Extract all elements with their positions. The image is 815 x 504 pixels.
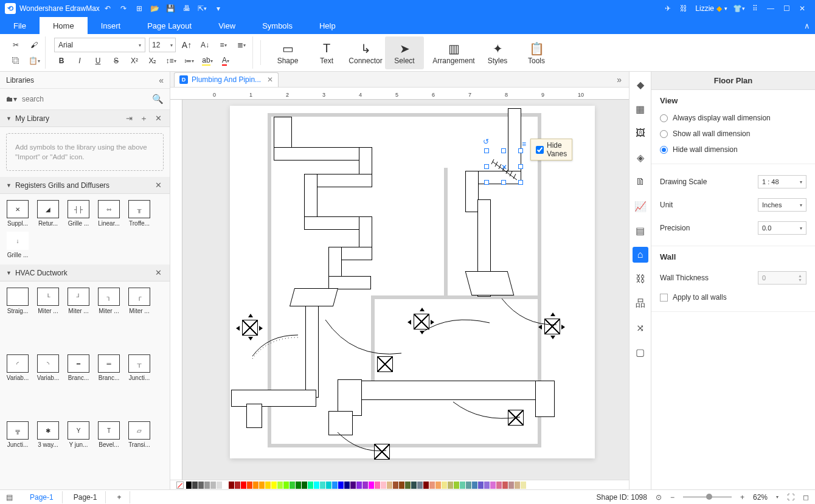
strike-button[interactable]: S bbox=[109, 54, 123, 68]
pages-icon[interactable]: ▤ bbox=[6, 493, 13, 502]
shape-item[interactable]: ▱Transi... bbox=[124, 419, 154, 486]
selection-handle[interactable] bbox=[518, 148, 523, 153]
color-swatch[interactable] bbox=[369, 482, 374, 489]
page-tab[interactable]: Page-1 bbox=[21, 491, 63, 503]
color-swatch[interactable] bbox=[271, 482, 277, 489]
import-icon[interactable]: ⇥ bbox=[123, 114, 134, 123]
color-swatch[interactable] bbox=[417, 482, 423, 489]
color-swatch[interactable] bbox=[204, 482, 210, 489]
duct-y[interactable] bbox=[465, 271, 515, 295]
shape-item[interactable]: ╦Juncti... bbox=[2, 419, 33, 486]
color-swatch[interactable] bbox=[259, 482, 265, 489]
duct[interactable] bbox=[359, 381, 541, 400]
color-swatch[interactable] bbox=[375, 482, 380, 489]
shape-item[interactable]: ┬Juncti... bbox=[124, 352, 154, 419]
color-swatch[interactable] bbox=[429, 482, 435, 489]
flex-duct[interactable] bbox=[322, 317, 408, 365]
search-icon[interactable]: 🔍 bbox=[152, 94, 164, 105]
color-swatch[interactable] bbox=[496, 482, 502, 489]
color-swatch[interactable] bbox=[502, 482, 508, 489]
save-button[interactable]: 💾 bbox=[163, 1, 179, 16]
shape-item[interactable]: ┘Miter ... bbox=[63, 285, 94, 352]
print-button[interactable]: 🖶 bbox=[179, 1, 195, 16]
add-icon[interactable]: ＋ bbox=[138, 113, 149, 124]
bullet-button[interactable]: ≔▾ bbox=[182, 54, 196, 68]
connector-tool[interactable]: ↳ Connector bbox=[346, 36, 385, 69]
color-swatch[interactable] bbox=[478, 482, 484, 489]
selection-handle[interactable] bbox=[484, 164, 489, 169]
color-swatch[interactable] bbox=[515, 482, 520, 489]
color-swatch[interactable] bbox=[423, 482, 429, 489]
color-swatch[interactable] bbox=[460, 482, 465, 489]
color-swatch[interactable] bbox=[229, 482, 234, 489]
collapse-library-icon[interactable]: « bbox=[159, 75, 164, 85]
mylib-section-header[interactable]: ▼ My Library ⇥ ＋ ✕ bbox=[0, 110, 170, 127]
color-swatch[interactable] bbox=[442, 482, 447, 489]
color-swatch[interactable] bbox=[314, 482, 319, 489]
bold-button[interactable]: B bbox=[54, 54, 69, 68]
font-color-button[interactable]: A▾ bbox=[218, 54, 233, 68]
selection-handle[interactable] bbox=[518, 180, 523, 185]
registers-section-header[interactable]: ▼ Registers Grills and Diffusers ✕ bbox=[0, 177, 170, 194]
unit-select[interactable]: Inches▾ bbox=[758, 198, 806, 212]
color-swatch[interactable] bbox=[283, 482, 289, 489]
color-swatch[interactable] bbox=[490, 482, 496, 489]
selection-handle[interactable] bbox=[484, 180, 489, 185]
export-button[interactable]: ⇱▾ bbox=[195, 1, 210, 16]
chevron-down-icon[interactable]: ▾ bbox=[776, 494, 779, 500]
align-button[interactable]: ≡▾ bbox=[216, 38, 231, 52]
grid-icon[interactable]: ▦ bbox=[633, 101, 648, 117]
shape-item[interactable]: └Miter ... bbox=[33, 285, 63, 352]
shape-item[interactable]: ◝Variab... bbox=[33, 352, 63, 419]
expand-panel-icon[interactable]: » bbox=[613, 75, 625, 85]
rotate-handle[interactable]: ↺ bbox=[483, 137, 490, 145]
menu-page-layout[interactable]: Page Layout bbox=[134, 17, 205, 34]
radio-always-display[interactable]: Always display wall dimension bbox=[660, 110, 806, 126]
color-swatch[interactable] bbox=[393, 482, 398, 489]
color-swatch[interactable] bbox=[302, 482, 307, 489]
duct[interactable] bbox=[328, 276, 371, 289]
redo-button[interactable]: ↷ bbox=[116, 1, 131, 16]
color-swatch[interactable] bbox=[508, 482, 514, 489]
color-swatch[interactable] bbox=[362, 482, 368, 489]
shape-item[interactable]: ✱3 way... bbox=[33, 419, 63, 486]
color-swatch[interactable] bbox=[338, 482, 344, 489]
superscript-button[interactable]: X² bbox=[127, 54, 142, 68]
close-button[interactable]: ✕ bbox=[794, 1, 810, 16]
page-icon[interactable]: 🗎 bbox=[633, 174, 648, 190]
no-color-swatch[interactable] bbox=[176, 482, 184, 489]
color-swatch[interactable] bbox=[241, 482, 246, 489]
duct[interactable] bbox=[535, 381, 555, 417]
drawing-scale-select[interactable]: 1 : 48▾ bbox=[758, 175, 806, 188]
close-tab-icon[interactable]: ✕ bbox=[267, 75, 273, 84]
shape-item[interactable]: ↓Grille ... bbox=[2, 229, 33, 261]
maximize-button[interactable]: ☐ bbox=[779, 1, 794, 16]
org-icon[interactable]: 品 bbox=[633, 295, 648, 311]
floorplan-icon[interactable]: ⌂ bbox=[633, 247, 648, 263]
table-icon[interactable]: ▤ bbox=[633, 223, 648, 238]
shape-item[interactable]: ═Branc... bbox=[94, 352, 124, 419]
color-swatch[interactable] bbox=[290, 482, 295, 489]
link-icon[interactable]: ⛓ bbox=[676, 1, 692, 16]
hide-vanes-checkbox[interactable] bbox=[536, 146, 544, 154]
color-swatch[interactable] bbox=[411, 482, 417, 489]
color-swatch[interactable] bbox=[326, 482, 331, 489]
styles-tool[interactable]: ✦ Styles bbox=[478, 36, 517, 69]
spacing-button[interactable]: ↕≡▾ bbox=[164, 54, 178, 68]
increase-font-button[interactable]: A↑ bbox=[179, 38, 194, 52]
shape-item[interactable]: ✕Suppl... bbox=[2, 198, 33, 229]
shape-item[interactable]: ◢Retur... bbox=[33, 198, 63, 229]
collapse-ribbon-icon[interactable]: ∧ bbox=[804, 21, 810, 30]
shape-item[interactable]: ┤├Grille ... bbox=[63, 198, 94, 229]
canvas[interactable]: ↺ ✕ ≡ Hide Vanes bbox=[182, 100, 629, 480]
font-size-select[interactable]: 12 ▾ bbox=[149, 38, 176, 52]
link-icon[interactable]: ⛓ bbox=[633, 271, 648, 287]
ductwork-section-header[interactable]: ▼ HVAC Ductwork ✕ bbox=[0, 264, 170, 281]
color-swatch[interactable] bbox=[405, 482, 411, 489]
image-icon[interactable]: 🖼 bbox=[633, 125, 648, 141]
flex-duct[interactable] bbox=[450, 399, 523, 429]
color-swatch[interactable] bbox=[308, 482, 313, 489]
fullscreen-icon[interactable]: ◻ bbox=[803, 493, 809, 502]
radio-hide[interactable]: Hide wall dimension bbox=[660, 142, 806, 157]
undo-button[interactable]: ↶ bbox=[100, 1, 116, 16]
